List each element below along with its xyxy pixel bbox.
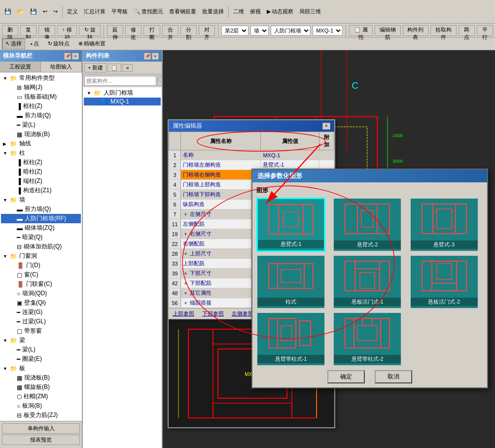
shape-cell-xuanban-huomen-1[interactable]: 悬板活门式-1: [333, 255, 402, 309]
prop-row-name[interactable]: ＋ 上部尺寸: [181, 249, 261, 259]
new-component-btn[interactable]: + 新建: [84, 63, 106, 72]
tree-node-frame_col[interactable]: ▐框柱(Z): [1, 158, 81, 167]
align-btn[interactable]: 对齐: [199, 25, 215, 36]
rotate-pt-btn[interactable]: ↻ 旋转点: [44, 38, 73, 49]
prop-row-name[interactable]: 左侧配筋: [181, 219, 261, 229]
tab-project-settings[interactable]: 工程设置: [0, 62, 41, 72]
dynamic-view-btn[interactable]: ▶ 动态观察: [264, 7, 296, 16]
prop-row-name[interactable]: 门框墙左侧构造: [181, 160, 261, 170]
local-3d-btn[interactable]: 局部三维: [297, 7, 323, 16]
mid-pin-btn[interactable]: 📌: [144, 53, 151, 60]
tree-node-暗梁[interactable]: ━暗梁(Q): [1, 233, 81, 242]
tree-node-门联窗[interactable]: 🚪门联窗(C): [1, 279, 81, 289]
shape-cell-xuanbi-1[interactable]: 悬臂式-1: [256, 198, 325, 252]
merge-btn[interactable]: 合并: [162, 25, 178, 36]
undo-btn[interactable]: ↩: [40, 7, 50, 16]
panel-pin-btn[interactable]: 📌: [64, 53, 71, 60]
tree-node-圈梁[interactable]: ━圈梁(E): [1, 354, 81, 364]
search-btn[interactable]: 🔍: [157, 76, 163, 86]
prop-row-name[interactable]: ＋ 右侧尺寸: [181, 229, 261, 239]
tree-node-axis_group[interactable]: ▶📁轴线: [1, 139, 81, 148]
single-input-btn[interactable]: 单构件输入: [2, 423, 80, 434]
move-btn[interactable]: ↑ 移动: [57, 25, 77, 36]
prop-row-value[interactable]: MXQ-1: [261, 150, 319, 160]
mirror-btn[interactable]: 镜像: [38, 25, 55, 36]
prop-row-name[interactable]: 门框墙右侧构造: [181, 170, 261, 180]
tree-node-螺旋板[interactable]: ▩螺旋板(B): [1, 382, 81, 392]
parallel-btn[interactable]: 平行: [477, 25, 493, 36]
tree-node-砌体加劲筋[interactable]: ⊟砌体加劲筋(Q): [1, 242, 81, 251]
param-cancel-btn[interactable]: 取消: [375, 370, 412, 383]
open-btn[interactable]: 📂: [15, 7, 27, 16]
tree-node-wall_group[interactable]: ▼📁墙: [1, 195, 81, 205]
shape-cell-xuanbi-2[interactable]: 悬臂式-2: [333, 198, 402, 252]
comp-list-btn[interactable]: 构件列表: [403, 25, 428, 36]
calc-btn[interactable]: 汇总计算: [81, 7, 108, 16]
prop-row-name[interactable]: 门框墙下部构造: [181, 190, 261, 200]
tree-node-暗柱[interactable]: ▐暗柱(Z): [1, 167, 81, 176]
prop-row-name[interactable]: 右侧配筋: [181, 239, 261, 249]
param-dialog-title[interactable]: 选择参数化图形: [252, 170, 487, 182]
tree-node-端柱[interactable]: ▐端柱(Z): [1, 176, 81, 186]
pick-btn[interactable]: 拾取构件: [430, 25, 456, 36]
prop-row-name[interactable]: 纵筋构造: [181, 200, 261, 209]
save-btn[interactable]: 💾: [28, 7, 39, 16]
tree-node-pile_found[interactable]: ▭筏板基础(M): [1, 92, 81, 102]
delete-component-btn[interactable]: ×: [122, 64, 132, 72]
tree-node-人防门框墙[interactable]: ▬人防门框墙(RF): [1, 214, 81, 223]
find-btn[interactable]: 🔍 查找图元: [131, 7, 166, 16]
tree-node-现浇板[interactable]: ▩现浇板(B): [1, 373, 81, 382]
tree-node-砌体墙[interactable]: ▬砌体墙(ZQ): [1, 223, 81, 233]
tree-node-column_group[interactable]: ▼📁柱: [1, 148, 81, 158]
prop-ref-tab[interactable]: 下部参照: [200, 310, 226, 318]
tree-node-door_window[interactable]: ▼📁门窗洞: [1, 251, 81, 261]
mid-close-btn[interactable]: ×: [152, 53, 159, 60]
prop-ref-tab[interactable]: 上部参照: [171, 310, 196, 318]
point-mode-btn[interactable]: • 点: [27, 38, 42, 49]
door-select[interactable]: 人防门框墙: [271, 26, 311, 35]
copy-btn[interactable]: 复制: [20, 25, 36, 36]
tree-node-壁龛[interactable]: ▣壁龛(Qi): [1, 298, 81, 308]
prop-row-name[interactable]: 上部配筋: [181, 259, 261, 269]
prop-row-name[interactable]: ＋ 下部尺寸: [181, 269, 261, 278]
param-confirm-btn[interactable]: 确定: [327, 370, 365, 383]
batch-select-btn[interactable]: 批量选择: [200, 7, 226, 16]
comp-node-MXQ-1[interactable]: 🔵MXQ-1: [84, 98, 161, 105]
view-btn[interactable]: 俯视: [248, 7, 263, 16]
tree-node-板受力筋[interactable]: ⊟板受力筋(ZJ): [1, 411, 81, 420]
two-pts-btn[interactable]: 两点: [459, 25, 475, 36]
quick-save-btn[interactable]: 💾: [2, 7, 14, 16]
extend-btn[interactable]: 延伸: [107, 25, 123, 36]
prop-editor-close-btn[interactable]: ×: [322, 123, 330, 130]
delete-btn[interactable]: 删除: [2, 25, 18, 36]
search-input[interactable]: [84, 76, 156, 86]
rotate-btn[interactable]: ↻ 旋转: [79, 25, 101, 36]
prop-row-name[interactable]: 名称: [181, 150, 261, 160]
prop-row-name[interactable]: 门框墙上部构造: [181, 180, 261, 190]
modify-btn[interactable]: 修改: [125, 25, 141, 36]
prop-btn[interactable]: 📋 属性: [349, 25, 373, 36]
tree-node-柱帽[interactable]: ⬡柱帽(ZM): [1, 392, 81, 401]
report-preview-btn[interactable]: 报表预览: [2, 435, 80, 445]
edit-steel-btn[interactable]: 编辑钢筋: [375, 25, 400, 36]
select-mode-btn[interactable]: ↖ 选择: [2, 38, 25, 49]
shape-cell-xuanbi-daizhu-1[interactable]: 悬臂带柱式-1: [256, 312, 325, 366]
tree-node-门[interactable]: 🚪门(D): [1, 261, 81, 270]
component-select[interactable]: MXQ-1: [313, 26, 343, 35]
define-btn[interactable]: 定义: [65, 7, 80, 16]
tree-node-过梁[interactable]: ━过梁(GL): [1, 317, 81, 326]
panel-close-btn[interactable]: ×: [72, 53, 79, 60]
break-btn[interactable]: 打断: [143, 25, 160, 36]
tree-node-shear[interactable]: ▬剪力墙(Q): [1, 111, 81, 120]
comp-node-rf_root[interactable]: ▼📁人防门框墙: [84, 88, 161, 98]
redo-btn[interactable]: ↪: [51, 7, 60, 16]
tree-node-common[interactable]: ▼📁常用构件类型: [1, 73, 81, 83]
wall-select[interactable]: 墙: [250, 26, 269, 35]
prop-row-name[interactable]: ＋ 锚固搭接: [181, 298, 261, 308]
tree-node-slab[interactable]: ▩现浇板(B): [1, 130, 81, 139]
copy-component-btn[interactable]: 📋: [107, 64, 121, 72]
shape-cell-zhushi[interactable]: 柱式: [256, 255, 325, 309]
prop-row-name[interactable]: ＋ 左侧尺寸: [181, 209, 261, 219]
tab-drawing-input[interactable]: 绘图输入: [41, 62, 82, 72]
tree-node-窗[interactable]: ▢窗(C): [1, 270, 81, 279]
